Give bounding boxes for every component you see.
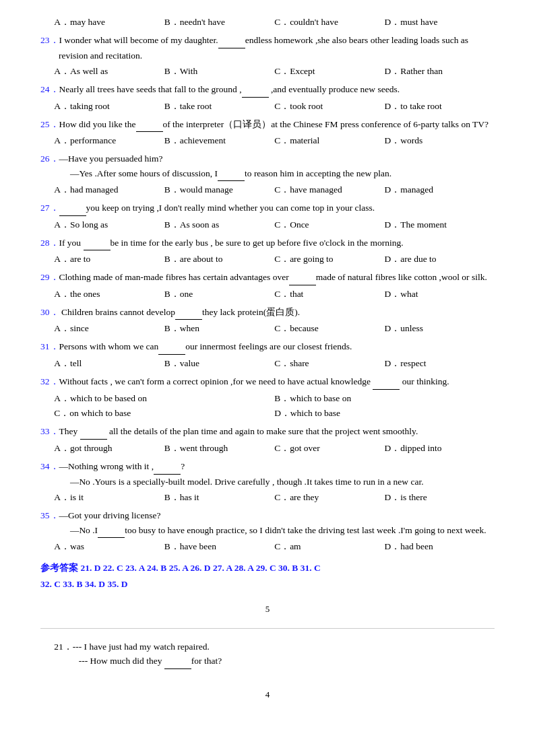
option-item: D．words	[385, 133, 495, 149]
options-row: A．are to B．are about to C．are going to D…	[54, 252, 495, 267]
question-text: 25．How did you like the of the interpret…	[40, 117, 495, 133]
options-row: A．As well as B．With C．Except D．Rather th…	[54, 64, 495, 79]
option-item: A．is it	[54, 490, 164, 506]
option-item: B．achievement	[164, 133, 274, 149]
question-text: 31．Persons with whom we can our innermos…	[40, 339, 495, 355]
option-item: C．on which to base	[54, 406, 274, 421]
option-item: B．With	[164, 64, 274, 79]
option-item: A．was	[54, 539, 164, 555]
page-number-5: 5	[40, 604, 495, 615]
option-item: C．Except	[274, 64, 384, 79]
question-text: 30． Children brains cannot develop they …	[40, 305, 495, 320]
answers-label: 参考答案	[40, 563, 78, 573]
option-item: A．had managed	[54, 182, 164, 198]
option-item: D．managed	[385, 182, 495, 198]
option-item: D．The moment	[385, 217, 495, 233]
options-row: A．had managed B．would manage C．have mana…	[54, 182, 495, 198]
option-item: A．may have	[54, 15, 164, 30]
option-item: C．Once	[274, 217, 384, 233]
option-item: C．took root	[274, 99, 384, 114]
question-32: 32．Without facts , we can't form a corre…	[40, 374, 495, 421]
option-item: A．tell	[54, 356, 164, 372]
question-text: 33．They all the details of the plan time…	[40, 424, 495, 440]
question-33: 33．They all the details of the plan time…	[40, 424, 495, 456]
question-text: 35．—Got your driving license? —No .I too…	[40, 508, 495, 538]
option-item: C．have managed	[274, 182, 384, 198]
options-row: A．So long as B．As soon as C．Once D．The m…	[54, 217, 495, 233]
option-item: B．which to base on	[274, 391, 495, 407]
option-item: D．Rather than	[385, 64, 495, 79]
option-item: D．which to base	[274, 406, 495, 421]
question-text-21: 21．--- I have just had my watch repaired…	[40, 640, 495, 669]
question-text: 24．Nearly all trees have seeds that fall…	[40, 82, 495, 98]
options-row: A．is it B．has it C．are they D．is there	[54, 490, 495, 506]
option-item: A．performance	[54, 133, 164, 149]
option-item: B．value	[164, 356, 274, 372]
option-item: C．share	[274, 356, 384, 372]
option-item: B．As soon as	[164, 217, 274, 233]
options-row: A．performance B．achievement C．material D…	[54, 133, 495, 149]
option-item: D．dipped into	[385, 441, 495, 456]
option-item: B．went through	[164, 441, 274, 456]
answers-section: 参考答案 21. D 22. C 23. A 24. B 25. A 26. D…	[40, 560, 495, 593]
option-item: B．one	[164, 287, 274, 302]
option-item: C．are going to	[274, 252, 384, 267]
option-item: D．unless	[385, 321, 495, 337]
options-row: A．since B．when C．because D．unless	[54, 321, 495, 337]
question-text: 23．I wonder what will become of my daugh…	[40, 33, 495, 63]
question-27: 27． you keep on trying ,I don't really m…	[40, 201, 495, 233]
question-text: 34．—Nothing wrong with it , ? —No .Yours…	[40, 459, 495, 489]
options-row: A．was B．have been C．am D．had been	[54, 539, 495, 555]
option-item: D．what	[385, 287, 495, 302]
question-21-bottom: 21．--- I have just had my watch repaired…	[40, 640, 495, 669]
question-26: 26．—Have you persuaded him? —Yes .After …	[40, 151, 495, 198]
option-item: C．material	[274, 133, 384, 149]
option-item: D．had been	[385, 539, 495, 555]
option-item: B．would manage	[164, 182, 274, 198]
question-31: 31．Persons with whom we can our innermos…	[40, 339, 495, 372]
option-item: C．that	[274, 287, 384, 302]
question-text: 32．Without facts , we can't form a corre…	[40, 374, 495, 390]
top-options-row: A．may have B．needn't have C．couldn't hav…	[54, 15, 495, 30]
question-text: 29．Clothing made of man-made fibres has …	[40, 270, 495, 285]
option-item: A．got through	[54, 441, 164, 456]
option-item: A．taking root	[54, 99, 164, 114]
question-23: 23．I wonder what will become of my daugh…	[40, 33, 495, 79]
options-row: A．which to be based on B．which to base o…	[54, 391, 495, 422]
option-item: B．needn't have	[164, 15, 274, 30]
options-row: A．taking root B．take root C．took root D．…	[54, 99, 495, 114]
option-item: D．must have	[385, 15, 495, 30]
options-row: A．the ones B．one C．that D．what	[54, 287, 495, 302]
option-item: B．has it	[164, 490, 274, 506]
option-item: C．couldn't have	[274, 15, 384, 30]
question-34: 34．—Nothing wrong with it , ? —No .Yours…	[40, 459, 495, 506]
page-number-4: 4	[40, 689, 495, 700]
option-item: B．when	[164, 321, 274, 337]
option-item: B．are about to	[164, 252, 274, 267]
option-item: C．am	[274, 539, 384, 555]
question-25: 25．How did you like the of the interpret…	[40, 117, 495, 149]
question-text: 28．If you be in time for the early bus ,…	[40, 236, 495, 251]
option-item: B．have been	[164, 539, 274, 555]
option-item: A．since	[54, 321, 164, 337]
option-item: C．got over	[274, 441, 384, 456]
option-item: A．So long as	[54, 217, 164, 233]
option-item: C．are they	[274, 490, 384, 506]
option-item: C．because	[274, 321, 384, 337]
option-item: A．As well as	[54, 64, 164, 79]
option-item: B．take root	[164, 99, 274, 114]
question-24: 24．Nearly all trees have seeds that fall…	[40, 82, 495, 114]
question-35: 35．—Got your driving license? —No .I too…	[40, 508, 495, 555]
question-text: 26．—Have you persuaded him? —Yes .After …	[40, 151, 495, 181]
answers-numbers-2: 32. C 33. B 34. D 35. D	[40, 579, 127, 589]
option-item: A．the ones	[54, 287, 164, 302]
option-item: A．which to be based on	[54, 391, 274, 407]
main-content: A．may have B．needn't have C．couldn't hav…	[40, 15, 495, 700]
option-item: D．to take root	[385, 99, 495, 114]
question-30: 30． Children brains cannot develop they …	[40, 305, 495, 337]
option-item: D．respect	[385, 356, 495, 372]
question-28: 28．If you be in time for the early bus ,…	[40, 236, 495, 268]
option-item: A．are to	[54, 252, 164, 267]
question-29: 29．Clothing made of man-made fibres has …	[40, 270, 495, 302]
option-item: D．is there	[385, 490, 495, 506]
